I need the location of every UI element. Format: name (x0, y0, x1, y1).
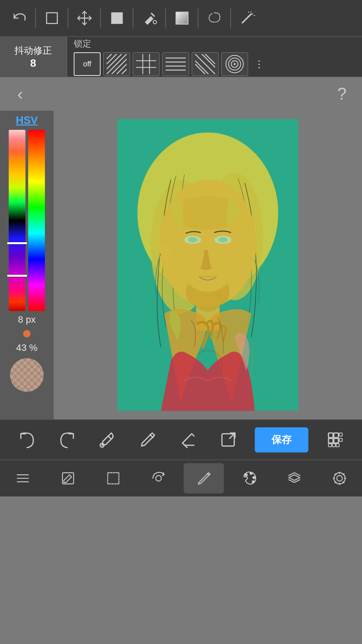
lock-pattern-concentric[interactable] (221, 52, 248, 76)
svg-rect-52 (339, 433, 342, 436)
svg-point-66 (245, 474, 247, 476)
svg-line-15 (122, 69, 127, 74)
stabilizer-row: 抖动修正 8 锁定 off (0, 37, 362, 77)
export-button[interactable] (215, 426, 241, 453)
nav-menu[interactable] (3, 463, 43, 493)
fill-rect-icon[interactable] (104, 6, 129, 31)
divider-1 (35, 8, 36, 28)
svg-point-32 (234, 63, 236, 65)
svg-rect-56 (328, 443, 331, 446)
saturation-slider[interactable] (9, 130, 25, 311)
fill-bucket-icon[interactable] (137, 6, 162, 31)
nav-select[interactable] (93, 463, 133, 493)
lock-more-button[interactable]: ⋮ (251, 52, 267, 76)
svg-line-9 (107, 54, 112, 59)
nav-palette[interactable] (229, 463, 269, 493)
gradient-icon[interactable] (169, 6, 194, 31)
nav-layers[interactable] (274, 463, 314, 493)
svg-line-46 (150, 434, 153, 437)
lock-off-button[interactable]: off (74, 52, 101, 76)
pencil-button[interactable] (134, 426, 161, 453)
svg-line-8 (248, 11, 249, 13)
lock-pattern-diagonal[interactable] (103, 52, 130, 76)
svg-rect-58 (336, 443, 339, 446)
divider-7 (230, 8, 231, 28)
color-preview[interactable] (10, 358, 44, 392)
nav-row: ‹ ? (0, 77, 362, 111)
color-mode-label[interactable]: HSV (16, 114, 38, 126)
svg-line-4 (242, 14, 251, 23)
color-info: 8 px 43 % (0, 314, 54, 392)
left-panel: HSV 8 px 43 % (0, 111, 54, 419)
save-button[interactable]: 保存 (255, 427, 308, 452)
svg-point-2 (153, 20, 157, 24)
svg-rect-3 (176, 12, 188, 24)
svg-line-25 (195, 61, 208, 74)
redo-button[interactable] (54, 426, 80, 453)
svg-rect-1 (112, 13, 122, 23)
svg-point-42 (158, 244, 170, 263)
canvas-area[interactable] (54, 111, 362, 419)
nav-brush[interactable] (184, 463, 224, 493)
svg-rect-63 (108, 473, 119, 484)
artwork-frame[interactable] (117, 119, 298, 411)
svg-point-68 (253, 477, 255, 479)
svg-point-71 (334, 473, 345, 484)
svg-line-14 (117, 64, 127, 74)
svg-point-67 (250, 472, 252, 474)
svg-rect-53 (328, 438, 333, 443)
svg-rect-50 (328, 433, 333, 437)
undo-button[interactable] (13, 426, 40, 453)
svg-line-44 (108, 436, 111, 439)
divider-4 (133, 8, 133, 28)
lasso-icon[interactable] (202, 6, 227, 31)
move-icon[interactable] (72, 6, 97, 31)
svg-rect-54 (334, 438, 338, 443)
stabilizer-name: 抖动修正 (14, 44, 52, 57)
top-toolbar (0, 0, 362, 37)
nav-rotate[interactable] (138, 463, 179, 493)
stabilizer-value: 8 (30, 57, 36, 69)
eraser-button[interactable] (174, 426, 201, 453)
svg-line-26 (202, 54, 215, 67)
svg-rect-55 (339, 438, 342, 441)
undo-tool-icon[interactable] (7, 6, 32, 31)
lock-section: 锁定 off (67, 35, 362, 78)
svg-rect-51 (334, 433, 338, 437)
nav-edit[interactable] (48, 463, 88, 493)
app-grid-button[interactable] (322, 426, 349, 453)
nav-settings[interactable] (319, 463, 360, 493)
svg-line-12 (107, 54, 127, 74)
bottom-toolbar: 保存 (0, 419, 362, 460)
svg-point-69 (252, 481, 254, 483)
select-rect-icon[interactable] (39, 6, 64, 31)
divider-3 (100, 8, 101, 28)
svg-rect-0 (47, 13, 57, 23)
back-button[interactable]: ‹ (10, 84, 30, 104)
color-preview-inner (10, 358, 44, 392)
lock-pattern-grid[interactable] (133, 52, 160, 76)
lock-pattern-horizontal[interactable] (162, 52, 189, 76)
svg-point-41 (218, 237, 228, 243)
divider-2 (68, 8, 68, 28)
lock-label: 锁定 (74, 38, 355, 50)
svg-line-65 (207, 473, 208, 475)
lock-pattern-slash[interactable] (192, 52, 219, 76)
eyedropper-button[interactable] (94, 426, 121, 453)
svg-point-40 (188, 237, 197, 243)
svg-line-10 (107, 54, 117, 64)
brush-size-label: 8 px (18, 314, 36, 325)
help-button[interactable]: ? (332, 84, 352, 104)
bottom-nav (0, 460, 362, 496)
artwork-canvas[interactable] (117, 119, 298, 411)
hue-slider[interactable] (28, 130, 45, 311)
opacity-label: 43 % (16, 342, 38, 353)
svg-rect-57 (332, 443, 335, 446)
stabilizer-label[interactable]: 抖动修正 8 (0, 37, 67, 76)
main-area: HSV 8 px 43 % (0, 111, 362, 419)
opacity-dot (23, 330, 31, 337)
svg-line-7 (252, 13, 253, 15)
magic-wand-icon[interactable] (234, 6, 259, 31)
color-sliders (9, 130, 45, 311)
lock-options: off (74, 52, 355, 76)
